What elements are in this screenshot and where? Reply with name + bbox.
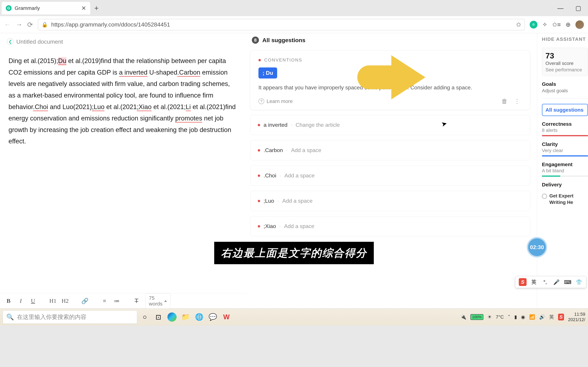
- metric-bar: [542, 155, 588, 157]
- expert-writing-help[interactable]: Get Expert Writing He: [542, 193, 588, 206]
- metric-engagement[interactable]: Engagement A bit bland: [542, 162, 588, 177]
- error-underline-carbon[interactable]: .Carbon: [177, 69, 200, 77]
- ordered-list-button[interactable]: ≡: [101, 298, 108, 304]
- category-dot-icon: [258, 200, 260, 202]
- back-button[interactable]: ❮: [7, 38, 14, 45]
- suggestion-card-expanded[interactable]: CONVENTIONS ; Du It appears that you hav…: [250, 50, 530, 110]
- document-title[interactable]: Untitled document: [16, 38, 63, 45]
- address-bar[interactable]: 🔒 https://app.grammarly.com/ddocs/140528…: [38, 19, 525, 30]
- formatting-toolbar: B I U H1 H2 🔗 ≡ ≔ T̶ 75 words: [0, 293, 247, 308]
- tab-title: Grammarly: [15, 5, 78, 11]
- keyboard-icon[interactable]: ⌨: [564, 278, 571, 286]
- suggestion-action: Change the article: [295, 122, 340, 128]
- bold-button[interactable]: B: [5, 298, 12, 304]
- chevron-up-icon: [164, 300, 167, 302]
- ime-lang-tray[interactable]: 英: [549, 314, 554, 320]
- error-underline-promotes[interactable]: promotes: [175, 115, 202, 123]
- new-tab-button[interactable]: +: [94, 4, 99, 12]
- suggestion-term: ;Luo: [264, 198, 274, 204]
- suggestion-card[interactable]: ;Xiao · Add a space: [250, 216, 530, 236]
- taskbar-search[interactable]: 🔍 在这里输入你要搜索的内容: [3, 310, 137, 324]
- nav-back-button[interactable]: ←: [4, 21, 11, 28]
- tab-close-icon[interactable]: ✕: [81, 5, 86, 12]
- all-suggestions-button[interactable]: All suggestions: [542, 104, 588, 116]
- battery-status[interactable]: 100%: [470, 314, 483, 320]
- metric-subtitle: Very clear: [542, 148, 588, 153]
- suggestion-card[interactable]: a inverted · Change the article: [250, 115, 530, 135]
- error-underline-luo[interactable]: ;Luo: [92, 103, 104, 111]
- error-underline-li[interactable]: Li: [186, 103, 191, 111]
- error-highlight-du[interactable]: Du: [58, 57, 67, 65]
- mic-icon[interactable]: 🎤: [553, 278, 560, 286]
- favorite-star-icon[interactable]: ✩: [516, 21, 521, 28]
- metric-delivery[interactable]: Delivery: [542, 182, 588, 188]
- metric-correctness[interactable]: Correctness 8 alerts: [542, 121, 588, 136]
- metric-title: Engagement: [542, 162, 588, 167]
- volume-icon[interactable]: 🔊: [539, 314, 545, 320]
- suggestion-card[interactable]: ;Luo · Add a space: [250, 191, 530, 211]
- error-underline-choi[interactable]: .Choi: [33, 103, 48, 111]
- metric-clarity[interactable]: Clarity Very clear: [542, 141, 588, 157]
- system-tray[interactable]: 🔌 100% ☀ 7°C ˄ ▮ ◉ 📶 🔊 英 S 11:59 2021/12…: [460, 312, 585, 322]
- favorites-icon[interactable]: ✩≡: [552, 21, 561, 28]
- browser-icon[interactable]: 🌐: [193, 311, 205, 323]
- window-minimize-button[interactable]: —: [557, 5, 563, 12]
- suggestion-card[interactable]: .Choi · Add a space: [250, 166, 530, 186]
- browser-tab[interactable]: G Grammarly ✕: [2, 2, 90, 14]
- italic-button[interactable]: I: [17, 298, 24, 304]
- lock-icon: 🔒: [42, 22, 48, 27]
- sogou-icon[interactable]: S: [519, 278, 527, 286]
- tray-app-icon[interactable]: ▮: [514, 314, 517, 320]
- hide-assistant-button[interactable]: HIDE ASSISTANT: [542, 36, 588, 42]
- clear-format-button[interactable]: T̶: [133, 298, 140, 304]
- wechat-icon[interactable]: 💬: [207, 311, 219, 323]
- metric-title: Correctness: [542, 121, 588, 127]
- see-performance-link[interactable]: See performance: [545, 67, 584, 73]
- suggestion-term: .Choi: [264, 172, 276, 179]
- cortana-icon[interactable]: ○: [139, 311, 151, 323]
- wps-icon[interactable]: W: [221, 311, 233, 323]
- separator-dot: ·: [277, 198, 279, 204]
- question-icon: ?: [259, 98, 264, 104]
- goals-box[interactable]: Goals Adjust goals: [542, 81, 588, 93]
- h1-button[interactable]: H1: [49, 298, 56, 304]
- overall-score-label: Overall score: [545, 61, 584, 66]
- suggestion-term: .Carbon: [264, 147, 283, 153]
- clock[interactable]: 11:59 2021/12/: [568, 312, 585, 322]
- trash-icon[interactable]: 🗑: [500, 98, 509, 105]
- word-count[interactable]: 75 words: [145, 293, 171, 309]
- unordered-list-button[interactable]: ≔: [113, 298, 120, 304]
- window-maximize-button[interactable]: ▢: [575, 5, 581, 12]
- skin-icon[interactable]: 👕: [575, 278, 583, 286]
- suggestion-card[interactable]: .Carbon · Add a space: [250, 140, 530, 160]
- edge-browser-icon[interactable]: [166, 311, 178, 323]
- fix-chip[interactable]: ; Du: [259, 67, 277, 78]
- nav-refresh-button[interactable]: ⟳: [27, 21, 33, 29]
- wifi-icon[interactable]: 📶: [529, 314, 535, 320]
- link-button[interactable]: 🔗: [81, 298, 88, 304]
- learn-more-link[interactable]: ? Learn more: [259, 98, 293, 104]
- separator-dot: ·: [280, 173, 281, 178]
- collections-icon[interactable]: ⊕: [566, 21, 571, 28]
- h2-button[interactable]: H2: [61, 298, 68, 304]
- tray-app-icon[interactable]: ◉: [521, 314, 525, 320]
- extensions-icon[interactable]: ✧: [542, 21, 547, 28]
- sogou-tray-icon[interactable]: S: [558, 314, 564, 320]
- ime-toolbar[interactable]: S 英 °, 🎤 ⌨ 👕: [515, 276, 586, 288]
- file-explorer-icon[interactable]: 📁: [180, 311, 191, 323]
- document-body[interactable]: Ding et al.(2015);Du et al.(2019)find th…: [7, 55, 240, 147]
- power-icon[interactable]: 🔌: [460, 314, 466, 320]
- more-icon[interactable]: ⋮: [512, 98, 522, 105]
- error-underline-xiao[interactable]: ;Xiao: [137, 103, 152, 111]
- underline-button[interactable]: U: [30, 298, 36, 304]
- ime-punct[interactable]: °,: [541, 278, 549, 286]
- task-view-icon[interactable]: ⊡: [152, 311, 164, 323]
- profile-avatar[interactable]: [575, 20, 584, 29]
- nav-forward-button[interactable]: →: [16, 21, 22, 28]
- chevron-up-icon[interactable]: ˄: [508, 314, 510, 320]
- overall-score-box[interactable]: 73 Overall score See performance: [542, 48, 588, 76]
- weather-icon[interactable]: ☀: [487, 314, 492, 320]
- ime-lang[interactable]: 英: [530, 278, 538, 286]
- grammarly-extension-icon[interactable]: G: [530, 21, 537, 29]
- error-underline-a-inverted[interactable]: a inverted: [119, 69, 147, 77]
